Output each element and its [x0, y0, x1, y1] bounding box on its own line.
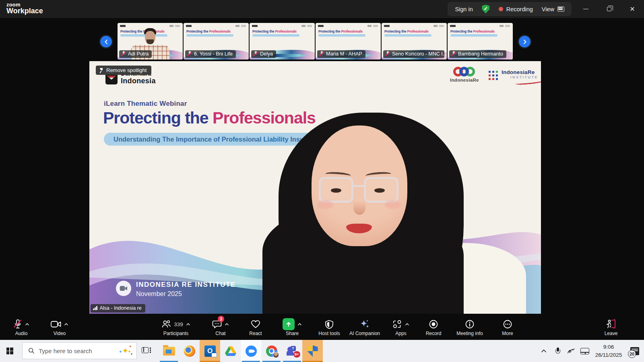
start-button[interactable]: [0, 340, 19, 362]
google-drive-icon: [225, 346, 236, 356]
taskbar-file-explorer[interactable]: [159, 340, 179, 362]
taskbar-google-drive[interactable]: [220, 340, 241, 362]
recording-indicator[interactable]: Recording: [499, 6, 533, 12]
pin-icon: [99, 68, 104, 73]
audio-button[interactable]: Audio: [5, 318, 38, 339]
mini-slide-subtitle-bar: [186, 34, 233, 37]
chrome-icon: [266, 346, 277, 357]
participant-tile[interactable]: Protecting the Professionals Delya: [250, 23, 315, 60]
ai-companion-button[interactable]: AI Companion: [345, 318, 385, 339]
participants-count: 339: [174, 321, 183, 327]
recording-label: Recording: [506, 6, 533, 12]
teams-icon: T 9+: [287, 346, 298, 356]
spotlight-video[interactable]: Danantara Indonesia Remove spotlight Ind…: [89, 61, 541, 314]
chevron-up-icon[interactable]: [405, 323, 409, 326]
more-button[interactable]: More: [489, 318, 526, 339]
participant-tile[interactable]: Protecting the Professionals Bambang Her…: [448, 23, 513, 60]
lips: [346, 224, 372, 233]
participant-name-tag: 6. Yossi - Bni Life: [185, 50, 236, 58]
chevron-up-icon[interactable]: [186, 323, 190, 326]
mini-slide-subtitle-bar: [318, 34, 365, 37]
meeting-info-label: Meeting info: [456, 331, 483, 336]
minimize-button[interactable]: [574, 0, 597, 18]
taskbar-windows-security[interactable]: [302, 340, 323, 362]
view-button[interactable]: View: [542, 6, 564, 12]
host-tools-button[interactable]: Host tools: [311, 318, 348, 339]
restore-button[interactable]: [597, 0, 621, 18]
record-label: Record: [426, 331, 442, 336]
action-center-button[interactable]: 20: [625, 340, 644, 362]
security-shield-icon: [482, 5, 490, 14]
video-label: Video: [54, 331, 66, 336]
blush: [385, 200, 401, 209]
leave-label: Leave: [605, 331, 618, 336]
participants-icon: [161, 320, 171, 329]
filmstrip-next-button[interactable]: [519, 36, 530, 47]
chevron-up-icon[interactable]: [64, 323, 68, 326]
chevron-up-icon[interactable]: [225, 323, 229, 326]
windows-security-shield-icon: [308, 346, 318, 357]
taskbar-outlook[interactable]: O: [200, 340, 220, 362]
mini-slide-logo: [384, 25, 390, 27]
taskbar-chrome[interactable]: [261, 340, 282, 362]
participant-tile[interactable]: Protecting the Professionals Maria M - A…: [316, 23, 381, 60]
zoom-app-icon: [246, 346, 257, 357]
chat-button[interactable]: 3 Chat: [202, 318, 239, 339]
filmstrip-prev-button[interactable]: [100, 36, 112, 47]
participant-filmstrip: Protecting the Professionals Adi Putra P…: [118, 23, 513, 60]
tray-expand-button[interactable]: [537, 340, 551, 362]
participant-tile[interactable]: Protecting the Professionals Seno Kuncor…: [382, 23, 447, 60]
close-icon: ✕: [630, 5, 635, 13]
info-icon: [465, 319, 475, 329]
zoom-titlebar: zoom Workplace Sign in Recording View ✕: [0, 0, 644, 18]
share-label: Share: [286, 331, 299, 336]
participant-name-tag: Bambang Hermanto: [449, 50, 506, 58]
pen-icon: [567, 348, 575, 354]
mini-slide-logos-right: [367, 25, 378, 27]
tray-microphone[interactable]: [551, 340, 564, 362]
taskbar-zoom[interactable]: [241, 340, 261, 362]
copilot-sparkle-icon[interactable]: ✦✦✦: [119, 346, 132, 356]
leave-button[interactable]: Leave: [592, 318, 630, 339]
apps-label: Apps: [395, 331, 406, 336]
gallery-view-icon: [557, 6, 564, 12]
mini-slide-title: Protecting the Professionals: [186, 29, 231, 33]
record-button[interactable]: Record: [415, 318, 452, 339]
slide-footer-org: INDONESIA RE INSTITUTE: [136, 281, 236, 289]
muted-mic-icon: [319, 51, 324, 57]
sign-in-button[interactable]: Sign in: [455, 6, 473, 12]
speaker-name: Alsa - Indonesia re: [100, 305, 142, 311]
apps-button[interactable]: Apps: [382, 318, 419, 339]
muted-mic-icon: [385, 51, 390, 57]
task-view-button[interactable]: [142, 346, 151, 355]
remove-spotlight-button[interactable]: Remove spotlight: [96, 66, 151, 75]
heart-icon: [251, 320, 260, 329]
taskbar-firefox[interactable]: [179, 340, 200, 362]
tray-pen[interactable]: [564, 340, 578, 362]
video-button[interactable]: Video: [43, 318, 76, 339]
mini-slide-logo: [252, 25, 258, 27]
tray-touchpad[interactable]: [578, 340, 592, 362]
teams-badge: 9+: [293, 351, 300, 358]
react-button[interactable]: React: [237, 318, 274, 339]
mini-slide-subtitle-bar: [384, 34, 431, 37]
taskbar-clock[interactable]: 9:06 26/11/2025: [592, 343, 625, 359]
muted-mic-icon: [187, 51, 192, 57]
meeting-info-button[interactable]: Meeting info: [450, 318, 489, 339]
share-button[interactable]: Share: [273, 318, 312, 339]
chevron-up-icon[interactable]: [25, 323, 29, 326]
close-button[interactable]: ✕: [621, 0, 644, 18]
search-input[interactable]: [39, 348, 119, 354]
zoom-workplace-logo: zoom Workplace: [6, 2, 43, 14]
taskbar-search[interactable]: ✦✦✦: [22, 342, 137, 359]
eye: [374, 188, 385, 193]
video-camera-badge-icon: [116, 281, 131, 296]
taskbar-teams[interactable]: T 9+: [282, 340, 302, 362]
blush: [317, 200, 333, 209]
mini-slide-title: Protecting the Professionals: [252, 29, 297, 33]
participants-button[interactable]: 339 Participants: [154, 318, 198, 339]
participant-tile[interactable]: Protecting the Professionals Adi Putra: [118, 23, 183, 60]
mini-slide-logos-right: [169, 25, 180, 27]
chevron-up-icon[interactable]: [297, 323, 302, 326]
participant-tile[interactable]: Protecting the Professionals 6. Yossi - …: [184, 23, 249, 60]
